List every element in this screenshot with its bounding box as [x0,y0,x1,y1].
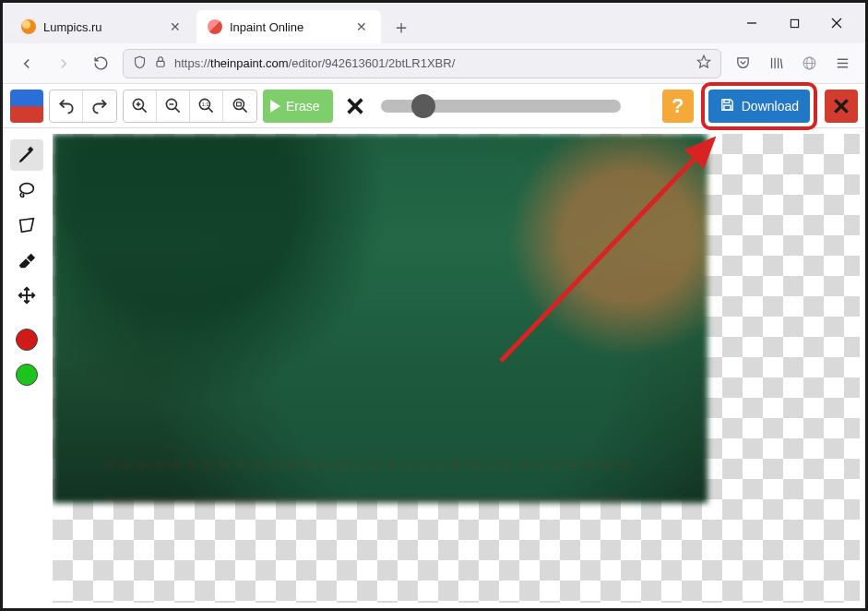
save-icon [719,97,735,115]
svg-line-17 [142,108,147,113]
lasso-tool[interactable] [10,174,43,206]
download-button[interactable]: Download [708,90,810,123]
tab-close-icon[interactable]: ✕ [167,18,184,35]
zoom-group: 1:1 [123,90,257,123]
zoom-in-button[interactable] [124,90,157,122]
browser-tab-lumpics[interactable]: Lumpics.ru ✕ [10,10,195,43]
nav-forward-button [49,49,78,78]
annotation-highlight: Download [701,82,817,130]
favicon-inpaint [208,19,222,34]
svg-rect-28 [236,102,241,106]
polygon-tool[interactable] [10,210,43,241]
redo-button[interactable] [83,90,116,122]
svg-line-21 [175,108,180,113]
svg-point-26 [233,99,244,109]
svg-point-36 [20,184,34,194]
slider-thumb[interactable] [411,94,435,118]
zoom-fit-button[interactable] [223,90,256,122]
undo-button[interactable] [50,90,83,122]
new-tab-button[interactable]: ＋ [386,12,416,42]
help-button[interactable]: ? [662,90,694,123]
svg-rect-31 [724,99,730,102]
marker-tool[interactable] [10,139,43,171]
nav-reload-button[interactable] [86,49,115,78]
window-maximize[interactable] [773,6,815,40]
svg-rect-32 [724,105,731,110]
download-label: Download [742,99,799,114]
svg-marker-37 [20,219,34,233]
mask-color-red[interactable] [10,324,43,355]
help-icon: ? [672,94,684,118]
svg-marker-5 [697,55,709,67]
globe-icon[interactable] [795,49,823,78]
move-tool[interactable] [10,280,43,311]
play-icon [270,100,280,113]
nav-back-button[interactable] [12,49,42,78]
brush-size-slider[interactable] [381,90,621,123]
zoom-actual-button[interactable]: 1:1 [190,90,223,122]
svg-line-9 [780,59,781,69]
green-dot-icon [16,364,38,386]
erase-label: Erase [286,99,320,114]
browser-tab-inpaint[interactable]: Inpaint Online ✕ [196,10,381,43]
window-minimize[interactable] [731,6,773,40]
svg-text:1:1: 1:1 [202,102,209,107]
svg-line-24 [208,108,213,113]
erase-button[interactable]: Erase [263,90,333,123]
shield-icon [133,55,147,72]
url-text: https://theinpaint.com/editor/942613601/… [174,56,689,70]
svg-line-27 [242,108,246,113]
eraser-tool[interactable] [10,245,43,276]
clear-mask-button[interactable] [339,90,372,123]
mask-color-green[interactable] [10,359,43,390]
bookmark-star-icon[interactable] [696,54,711,72]
exit-button[interactable] [825,90,858,123]
tab-title: Inpaint Online [230,20,353,34]
window-close[interactable] [815,6,858,40]
lock-icon [154,55,167,71]
tool-sidebar [8,139,45,390]
undo-redo-group [49,90,117,123]
zoom-out-button[interactable] [157,90,190,122]
favicon-lumpics [21,19,36,34]
svg-rect-4 [157,61,164,66]
pocket-icon[interactable] [729,49,756,78]
red-dot-icon [16,329,38,351]
svg-rect-1 [791,19,798,27]
tab-title: Lumpics.ru [43,20,167,34]
app-logo [10,90,43,123]
hamburger-menu-icon[interactable] [828,49,856,78]
edited-image[interactable] [53,134,707,503]
canvas-area[interactable] [53,134,860,603]
library-icon[interactable] [762,49,790,78]
window-controls [731,3,858,43]
url-bar[interactable]: https://theinpaint.com/editor/942613601/… [123,49,721,78]
tab-close-icon[interactable]: ✕ [353,18,370,35]
